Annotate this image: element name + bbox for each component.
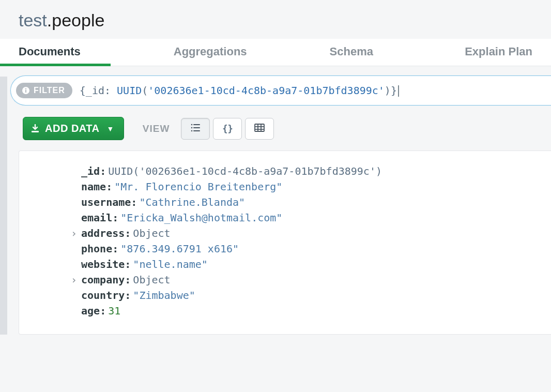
expand-toggle-icon[interactable]: › <box>71 225 77 241</box>
field-value: "Mr. Florencio Breitenberg" <box>114 180 282 193</box>
field-value: Object <box>133 227 170 239</box>
svg-point-6 <box>191 127 193 129</box>
view-json-button[interactable]: {} <box>213 118 242 140</box>
field-colon: : <box>106 180 112 193</box>
filter-pill[interactable]: FILTER <box>16 83 72 98</box>
field-key: website <box>81 258 125 270</box>
chevron-down-icon: ▼ <box>106 125 114 133</box>
document-field-row[interactable]: ›company:Object <box>81 272 539 288</box>
list-icon <box>190 124 201 133</box>
field-value: "876.349.6791 x616" <box>120 243 239 255</box>
tab-documents[interactable]: Documents <box>19 39 81 66</box>
field-colon: : <box>125 258 131 270</box>
field-key: name <box>81 180 106 193</box>
tab-schema[interactable]: Schema <box>330 39 373 66</box>
field-colon: : <box>112 243 118 255</box>
field-colon: : <box>125 227 131 239</box>
breadcrumb: test.people <box>0 0 551 39</box>
database-name: test <box>19 10 47 30</box>
field-value: "Zimbabwe" <box>133 289 195 301</box>
field-colon: : <box>125 274 131 286</box>
tab-aggregations[interactable]: Aggregations <box>174 39 247 66</box>
left-gutter <box>0 77 7 335</box>
field-colon: : <box>112 212 118 224</box>
tab-label: Aggregations <box>174 45 247 58</box>
filter-pill-label: FILTER <box>34 86 65 95</box>
document-field-row[interactable]: phone:"876.349.6791 x616" <box>81 241 539 257</box>
document-field-row[interactable]: email:"Ericka_Walsh@hotmail.com" <box>81 210 539 225</box>
svg-rect-2 <box>25 88 26 89</box>
field-key: username <box>81 196 131 208</box>
document-field-row[interactable]: website:"nelle.name" <box>81 257 539 272</box>
document-field-row[interactable]: age:31 <box>81 303 539 319</box>
field-key: country <box>81 289 125 301</box>
view-table-button[interactable] <box>245 118 274 140</box>
field-key: address <box>81 227 125 239</box>
braces-icon: {} <box>222 124 233 134</box>
field-key: _id <box>81 165 100 177</box>
document-field-row[interactable]: ›address:Object <box>81 225 539 241</box>
document-field-row[interactable]: _id:UUID('002636e1-10cd-4c8b-a9a7-01b7bf… <box>81 163 539 179</box>
field-key: email <box>81 212 112 224</box>
tab-label: Schema <box>330 45 373 58</box>
field-value: "nelle.name" <box>133 258 208 270</box>
field-key: age <box>81 305 100 317</box>
text-caret <box>398 85 399 97</box>
tab-explain-plan[interactable]: Explain Plan <box>465 39 532 66</box>
field-colon: : <box>100 165 106 177</box>
info-icon <box>21 86 30 95</box>
table-icon <box>254 124 265 133</box>
field-colon: : <box>125 289 131 301</box>
expand-toggle-icon[interactable]: › <box>71 272 77 288</box>
document-card: _id:UUID('002636e1-10cd-4c8b-a9a7-01b7bf… <box>19 150 551 335</box>
tab-label: Documents <box>19 45 81 58</box>
document-field-row[interactable]: country:"Zimbabwe" <box>81 288 539 303</box>
field-colon: : <box>131 196 137 208</box>
field-value: "Cathrine.Blanda" <box>139 196 245 208</box>
collection-name: people <box>52 10 104 30</box>
svg-point-8 <box>191 130 193 132</box>
field-value: "Ericka_Walsh@hotmail.com" <box>120 212 282 224</box>
svg-point-4 <box>191 124 193 126</box>
svg-rect-10 <box>255 124 264 131</box>
tab-label: Explain Plan <box>465 45 532 58</box>
field-colon: : <box>100 305 106 317</box>
field-value: 31 <box>108 305 120 317</box>
tab-bar: Documents Aggregations Schema Explain Pl… <box>0 39 551 66</box>
view-toggle-group: {} <box>181 118 274 140</box>
view-label: VIEW <box>143 123 170 134</box>
add-data-button[interactable]: ADD DATA ▼ <box>23 117 124 140</box>
field-key: phone <box>81 243 112 255</box>
field-value: Object <box>133 274 170 286</box>
svg-rect-3 <box>32 131 39 132</box>
document-field-row[interactable]: name:"Mr. Florencio Breitenberg" <box>81 179 539 194</box>
document-field-row[interactable]: username:"Cathrine.Blanda" <box>81 194 539 210</box>
download-icon <box>30 124 40 133</box>
view-list-button[interactable] <box>181 118 210 140</box>
add-data-label: ADD DATA <box>45 123 99 134</box>
filter-query[interactable]: {_id: UUID('002636e1-10cd-4c8b-a9a7-01b7… <box>72 84 399 97</box>
toolbar: ADD DATA ▼ VIEW {} <box>0 105 551 140</box>
field-key: company <box>81 274 125 286</box>
field-value: UUID('002636e1-10cd-4c8b-a9a7-01b7bfd389… <box>108 165 382 177</box>
svg-rect-1 <box>25 90 26 93</box>
filter-bar[interactable]: FILTER {_id: UUID('002636e1-10cd-4c8b-a9… <box>10 76 551 105</box>
